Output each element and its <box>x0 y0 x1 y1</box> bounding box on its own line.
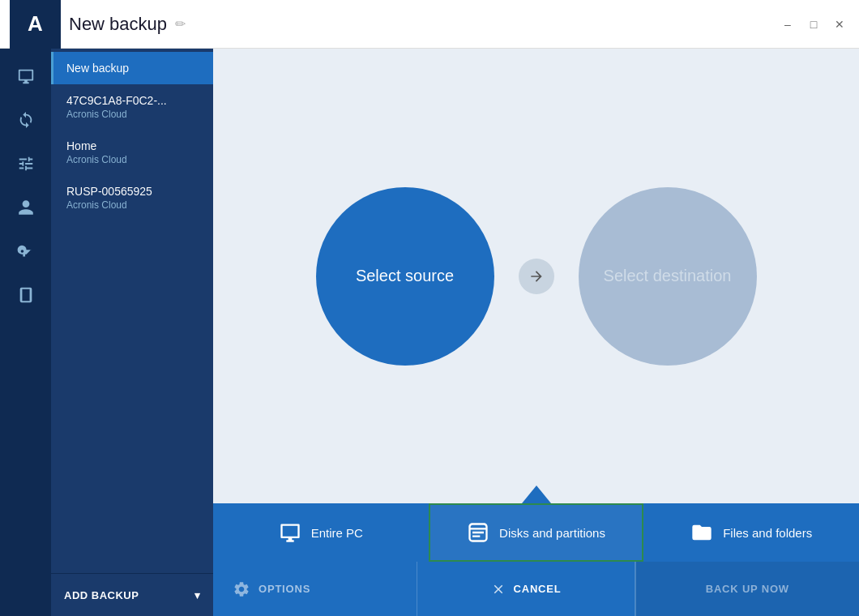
backup-now-button[interactable]: BACK UP NOW <box>635 562 859 616</box>
chevron-down-icon: ▾ <box>194 589 201 601</box>
select-source-circle[interactable]: Select source <box>316 187 494 366</box>
disks-partitions-option[interactable]: Disks and partitions <box>429 503 644 562</box>
sidebar-icon-monitor[interactable] <box>0 55 51 97</box>
backup-item-1[interactable]: 47C9C1A8-F0C2-... Acronis Cloud <box>51 84 213 130</box>
options-label: OPTIONS <box>259 583 310 595</box>
files-folders-label: Files and folders <box>723 526 812 540</box>
close-button[interactable]: ✕ <box>830 15 849 34</box>
action-bar: OPTIONS CANCEL BACK UP NOW <box>213 562 859 616</box>
backup-item-sub: Acronis Cloud <box>66 199 200 211</box>
sidebar-icon-person[interactable] <box>0 186 51 229</box>
sidebar: New backup 47C9C1A8-F0C2-... Acronis Clo… <box>0 49 213 616</box>
disks-partitions-label: Disks and partitions <box>499 526 605 540</box>
backup-item-name: RUSP-00565925 <box>66 185 200 198</box>
page-title: New backup <box>69 14 167 35</box>
backup-item-name: 47C9C1A8-F0C2-... <box>66 94 200 107</box>
backup-list: New backup 47C9C1A8-F0C2-... Acronis Clo… <box>51 49 213 573</box>
main-canvas: Select source Select destination <box>213 49 859 503</box>
source-type-bar: Entire PC Disks and partitions Files and… <box>213 503 859 562</box>
entire-pc-option[interactable]: Entire PC <box>213 503 429 562</box>
backup-item-3[interactable]: RUSP-00565925 Acronis Cloud <box>51 175 213 220</box>
selection-pointer <box>522 486 551 503</box>
content-area: Select source Select destination <box>213 49 859 616</box>
select-source-label: Select source <box>356 267 454 285</box>
backup-item-name: New backup <box>66 62 200 75</box>
cancel-label: CANCEL <box>514 583 562 595</box>
backup-item-sub: Acronis Cloud <box>66 109 200 120</box>
select-destination-label: Select destination <box>604 267 732 285</box>
edit-title-icon[interactable]: ✏ <box>175 16 186 32</box>
entire-pc-label: Entire PC <box>311 526 363 540</box>
backup-item-name: Home <box>66 139 200 152</box>
logo-letter: A <box>28 11 43 36</box>
window-controls: – □ ✕ <box>778 15 849 34</box>
title-bar: A New backup ✏ – □ ✕ <box>0 0 859 49</box>
sidebar-icon-book[interactable] <box>0 274 51 316</box>
options-button[interactable]: OPTIONS <box>213 562 417 616</box>
arrow-connector <box>519 259 554 294</box>
sidebar-footer: ADD BACKUP ▾ <box>51 573 213 616</box>
sidebar-icon-sync[interactable] <box>0 99 51 141</box>
backup-item-sub: Acronis Cloud <box>66 154 200 165</box>
sidebar-icon-key[interactable] <box>0 230 51 272</box>
add-backup-label: ADD BACKUP <box>64 589 139 601</box>
add-backup-button[interactable]: ADD BACKUP ▾ <box>51 574 213 616</box>
cancel-button[interactable]: CANCEL <box>417 562 634 616</box>
sidebar-icon-strip <box>0 49 51 616</box>
minimize-button[interactable]: – <box>778 15 797 34</box>
maximize-button[interactable]: □ <box>804 15 823 34</box>
backup-item-2[interactable]: Home Acronis Cloud <box>51 130 213 175</box>
backup-now-label: BACK UP NOW <box>706 583 789 595</box>
backup-item-new[interactable]: New backup <box>51 52 213 84</box>
sidebar-icon-tune[interactable] <box>0 143 51 185</box>
select-destination-circle[interactable]: Select destination <box>579 187 757 366</box>
app-logo: A <box>10 0 61 49</box>
circles-container: Select source Select destination <box>229 187 843 366</box>
files-folders-option[interactable]: Files and folders <box>643 503 859 562</box>
